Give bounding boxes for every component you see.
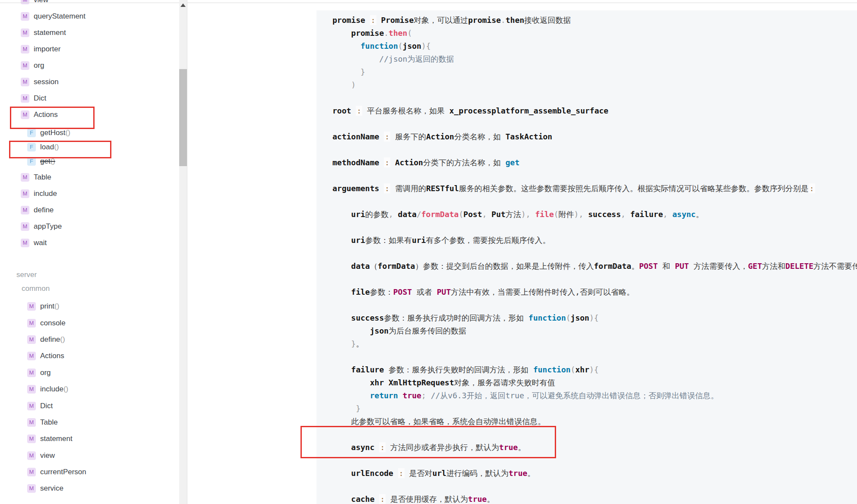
sidebar-item-label: print() [40,302,59,311]
member-badge: M [27,418,36,427]
member-badge: M [27,335,36,344]
code-line [332,169,857,182]
function-badge: F [27,129,36,137]
member-badge: M [21,78,29,86]
code-line [332,350,857,363]
sidebar-item-label: org [40,369,51,377]
sidebar-item-include[interactable]: Minclude() [0,381,179,397]
sidebar: MviewMqueryStatementMstatementMimporterM… [0,0,179,504]
sidebar-item-label: statement [40,435,73,443]
member-badge: M [21,61,29,70]
sidebar-item-service[interactable]: Mservice [0,480,179,497]
code-line [332,273,857,286]
member-badge: M [21,12,29,21]
sidebar-item-label: statement [34,28,66,37]
sidebar-item-importer[interactable]: Mimporter [0,41,179,57]
sidebar-item-org[interactable]: Morg [0,57,179,74]
sidebar-item-Dict[interactable]: MDict [0,90,179,107]
sidebar-item-label: include [34,189,57,198]
sidebar-item-define[interactable]: Mdefine [0,202,179,218]
code-line [332,480,857,493]
member-badge: M [27,451,36,460]
sidebar-item-view[interactable]: Mview [0,447,179,464]
sidebar-item-label: queryStatement [34,12,85,21]
sidebar-item-wait[interactable]: Mwait [0,235,179,251]
sidebar-item-label: Dict [40,402,53,410]
code-line: data（formData）参数：提交到后台的数据，如果是上传附件，传入form… [332,260,857,273]
code-line: promise.then( [332,27,857,40]
member-badge: M [27,369,36,377]
sidebar-item-label: Actions [40,352,64,360]
sidebar-item-statement[interactable]: Mstatement [0,431,179,447]
sidebar-item-appType[interactable]: MappType [0,218,179,235]
member-badge: M [27,319,36,328]
sidebar-item-label: server [16,271,37,279]
member-badge: M [21,94,29,103]
code-line: failure 参数：服务执行失败时的回调方法，形如 function(xhr)… [332,363,857,376]
sidebar-item-queryStatement[interactable]: MqueryStatement [0,8,179,25]
member-badge: M [21,239,29,247]
code-line [332,299,857,312]
sidebar-item-label: view [40,451,55,460]
sidebar-item-print[interactable]: Mprint() [0,298,179,315]
sidebar-item-label: importer [34,45,60,54]
code-line: actionName : 服务下的Action分类名称，如 TaskAction [332,130,857,143]
code-line: arguements : 需调用的RESTful服务的相关参数。这些参数需要按照… [332,182,857,195]
member-badge: M [21,189,29,198]
sidebar-item-console[interactable]: Mconsole [0,315,179,331]
sidebar-item-Table[interactable]: MTable [0,414,179,431]
sidebar-item-label: wait [34,239,47,247]
code-line [332,91,857,104]
code-line: promise : Promise对象，可以通过promise.then接收返回… [332,14,857,27]
annotation-box-load [9,141,111,158]
sidebar-section-common: common [0,282,179,296]
member-badge: M [27,385,36,394]
sidebar-item-label: common [22,284,50,293]
member-badge: M [27,302,36,311]
code-line: urlEncode : 是否对url进行编码，默认为true。 [332,467,857,480]
code-line: root : 平台服务根名称，如果 x_processplatform_asse… [332,104,857,117]
sidebar-item-label: Dict [34,94,46,103]
sidebar-list: MviewMqueryStatementMstatementMimporterM… [0,0,179,497]
annotation-box-async [300,426,556,458]
sidebar-item-session[interactable]: Msession [0,74,179,90]
sidebar-item-label: view [34,0,48,4]
sidebar-item-label: define [34,206,54,214]
code-line: //json为返回的数据 [332,53,857,66]
code-line: function(json){ [332,40,857,53]
scroll-up-icon[interactable] [180,3,186,7]
member-badge: M [21,0,29,4]
sidebar-item-Dict[interactable]: MDict [0,397,179,414]
code-line: success参数：服务执行成功时的回调方法，形如 function(json)… [332,312,857,324]
member-badge: M [27,352,36,360]
sidebar-item-label: org [34,61,44,70]
code-line: methodName : Action分类下的方法名称，如 get [332,156,857,169]
sidebar-item-include[interactable]: Minclude [0,186,179,202]
sidebar-scrollbar[interactable] [179,0,187,504]
code-line: return true; //从v6.3开始，返回true，可以避免系统自动弹出… [332,389,857,402]
scrollbar-thumb[interactable] [179,69,187,166]
sidebar-item-label: service [40,484,63,493]
sidebar-item-view[interactable]: Mview [0,0,179,8]
member-badge: M [21,222,29,231]
member-badge: M [27,402,36,410]
code-line: }。 [332,337,857,350]
code-line: xhr XmlHttpRequest对象，服务器请求失败时有值 [332,376,857,389]
sidebar-item-org[interactable]: Morg [0,365,179,381]
code-line [332,117,857,130]
sidebar-item-label: define() [40,335,65,344]
sidebar-item-Actions[interactable]: MActions [0,348,179,364]
member-badge: M [27,484,36,493]
code-line: } [332,66,857,79]
sidebar-item-label: Table [40,418,58,427]
code-line [332,247,857,260]
sidebar-item-define[interactable]: Mdefine() [0,331,179,348]
code-line: uri参数：如果有uri有多个参数，需要按先后顺序传入。 [332,234,857,247]
code-line: json为后台服务传回的数据 [332,324,857,337]
code-line [332,221,857,234]
sidebar-item-label: include() [40,385,68,394]
sidebar-item-statement[interactable]: Mstatement [0,25,179,41]
sidebar-item-label: getHost() [40,129,70,137]
sidebar-item-currentPerson[interactable]: McurrentPerson [0,464,179,480]
sidebar-item-Table[interactable]: MTable [0,169,179,186]
